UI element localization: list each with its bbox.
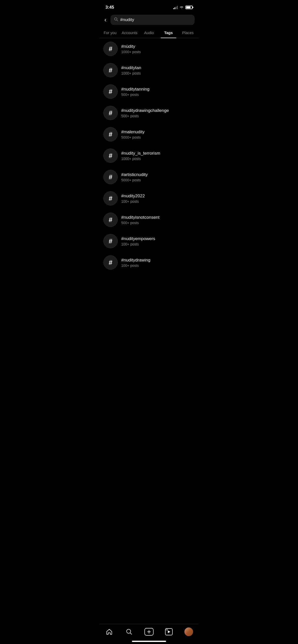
tag-name: #nuditydrawingchallenge <box>121 108 169 113</box>
tag-count: 100+ posts <box>121 199 145 203</box>
list-item[interactable]: # #nuditytanning 500+ posts <box>99 81 199 102</box>
hash-icon: # <box>103 234 118 248</box>
hash-icon: # <box>103 42 118 56</box>
tag-name: #artisticnudity <box>121 172 148 177</box>
tab-audio[interactable]: Audio <box>139 28 159 38</box>
list-item[interactable]: # #nüdity 1000+ posts <box>99 38 199 60</box>
hash-icon: # <box>103 84 118 99</box>
tag-count: 5000+ posts <box>121 178 148 182</box>
tag-count: 1000+ posts <box>121 71 141 75</box>
list-item[interactable]: # #nuditydrawingchallenge 500+ posts <box>99 102 199 124</box>
list-item[interactable]: # #nudity_is_terrorism 1000+ posts <box>99 145 199 166</box>
hash-icon: # <box>103 149 118 163</box>
tag-count: 1000+ posts <box>121 50 141 54</box>
tag-name: #nudity2022 <box>121 194 145 199</box>
status-icons <box>173 6 193 9</box>
tab-tags[interactable]: Tags <box>159 28 178 38</box>
tag-name: #malenudity <box>121 129 145 135</box>
wifi-icon <box>179 6 184 9</box>
tag-count: 500+ posts <box>121 114 169 118</box>
tag-count: 500+ posts <box>121 221 159 225</box>
back-button[interactable]: ‹ <box>103 15 107 24</box>
search-icon <box>114 17 118 22</box>
list-item[interactable]: # #nudity2022 100+ posts <box>99 188 199 209</box>
tab-places[interactable]: Places <box>178 28 198 38</box>
search-bar[interactable]: #nudity <box>111 15 195 25</box>
battery-fill <box>186 6 191 8</box>
tabs-bar: For you Accounts Audio Tags Places <box>99 28 199 38</box>
hash-icon: # <box>103 170 118 184</box>
signal-icon <box>173 6 178 9</box>
status-bar: 3:45 <box>99 0 199 13</box>
hash-icon: # <box>103 191 118 206</box>
list-item[interactable]: # #artisticnudity 5000+ posts <box>99 166 199 188</box>
tag-name: #nuditytanning <box>121 87 150 92</box>
hash-icon: # <box>103 63 118 77</box>
tag-name: #nuditydrawing <box>121 258 150 263</box>
hash-icon: # <box>103 106 118 120</box>
search-header: ‹ #nudity <box>99 13 199 28</box>
tag-count: 500+ posts <box>121 93 150 97</box>
tag-name: #nudity_is_terrorism <box>121 151 160 156</box>
list-item[interactable]: # #nuditydrawing 100+ posts <box>99 252 199 273</box>
tag-name: #nudityisnotconsent <box>121 215 159 220</box>
list-item[interactable]: # #nudityisnotconsent 500+ posts <box>99 209 199 230</box>
tag-count: 100+ posts <box>121 242 155 246</box>
svg-line-1 <box>117 20 118 21</box>
tag-name: #nuditytan <box>121 65 141 70</box>
hash-icon: # <box>103 127 118 141</box>
status-time: 3:45 <box>105 5 114 10</box>
tab-for-you[interactable]: For you <box>100 28 120 38</box>
tab-accounts[interactable]: Accounts <box>120 28 139 38</box>
search-query: #nudity <box>120 17 134 22</box>
tag-count: 1000+ posts <box>121 157 160 161</box>
results-list: # #nüdity 1000+ posts # #nuditytan 1000+… <box>99 38 199 299</box>
list-item[interactable]: # #malenudity 5000+ posts <box>99 124 199 145</box>
battery-icon <box>185 6 193 9</box>
hash-icon: # <box>103 213 118 227</box>
tag-name: #nüdity <box>121 44 141 49</box>
list-item[interactable]: # #nudityempowers 100+ posts <box>99 230 199 252</box>
tag-count: 100+ posts <box>121 264 150 268</box>
tag-count: 5000+ posts <box>121 135 145 139</box>
tag-name: #nudityempowers <box>121 236 155 241</box>
list-item[interactable]: # #nuditytan 1000+ posts <box>99 60 199 81</box>
hash-icon: # <box>103 255 118 270</box>
